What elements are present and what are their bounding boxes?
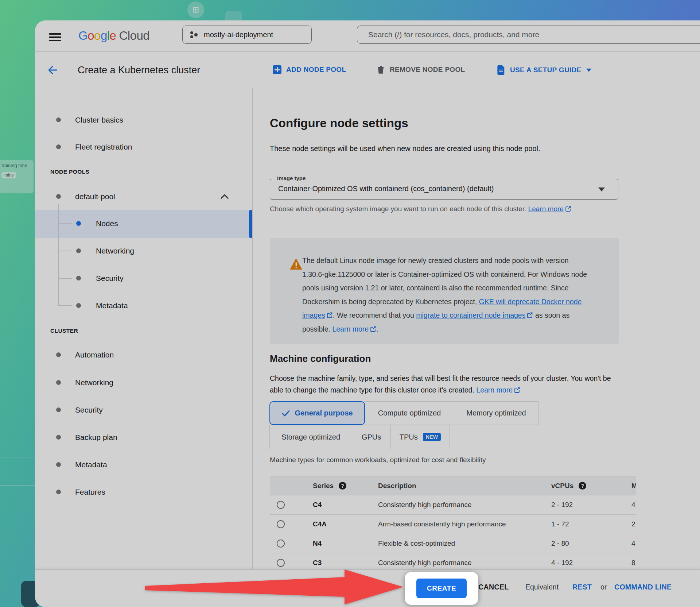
create-button[interactable]: CREATE (416, 579, 467, 598)
dim-overlay (0, 0, 700, 607)
screenshot-root: ⊞ training time mins GoogleCloud mostly-… (0, 0, 700, 607)
create-spotlight: CREATE (405, 572, 478, 605)
tutorial-arrow (145, 568, 405, 606)
